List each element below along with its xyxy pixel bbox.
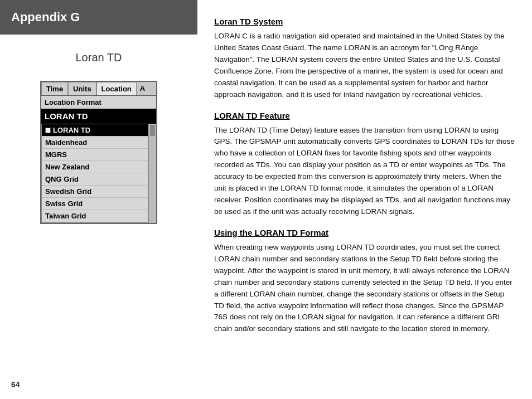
appendix-title: Appendix G: [11, 10, 80, 24]
tab-more[interactable]: A: [137, 82, 148, 95]
appendix-header: Appendix G: [0, 0, 197, 35]
loran-td-title: Loran TD: [75, 51, 122, 64]
list-item[interactable]: QNG Grid: [42, 173, 148, 186]
location-list: LORAN TD Maidenhead MGRS New Zealand: [41, 124, 148, 223]
list-item[interactable]: MGRS: [42, 149, 148, 161]
section2-title: LORAN TD Feature: [214, 111, 515, 120]
section2-text: The LORAN TD (Time Delay) feature eases …: [214, 125, 515, 218]
section3-text: When creating new waypoints using LORAN …: [214, 242, 515, 335]
location-format-label: Location Format: [41, 96, 156, 109]
list-container: LORAN TD Maidenhead MGRS New Zealand: [41, 124, 148, 223]
main-content: Loran TD System LORAN C is a radio navig…: [197, 0, 532, 399]
tab-time[interactable]: Time: [41, 82, 68, 95]
list-item[interactable]: Maidenhead: [42, 137, 148, 149]
device-tabs: Time Units Location A: [41, 82, 156, 96]
page-number: 64: [11, 380, 20, 389]
list-item[interactable]: Taiwan Grid: [42, 210, 148, 222]
tab-location[interactable]: Location: [96, 82, 137, 95]
scrollbar-thumb[interactable]: [150, 125, 155, 136]
sidebar: Appendix G Loran TD Time Units Location …: [0, 0, 197, 399]
selected-location-format: LORAN TD: [41, 109, 156, 124]
list-area: LORAN TD Maidenhead MGRS New Zealand: [41, 124, 156, 223]
sidebar-content: Loran TD Time Units Location A Location …: [0, 35, 197, 235]
section3-title: Using the LORAN TD Format: [214, 228, 515, 237]
section1-text: LORAN C is a radio navigation aid operat…: [214, 31, 515, 101]
list-item[interactable]: New Zealand: [42, 161, 148, 173]
section1-title: Loran TD System: [214, 17, 515, 26]
checkbox-icon: [45, 128, 51, 133]
scrollbar[interactable]: [148, 124, 156, 223]
tab-units[interactable]: Units: [68, 82, 96, 95]
device-ui: Time Units Location A Location Format LO…: [40, 81, 157, 224]
list-item[interactable]: Swedish Grid: [42, 186, 148, 198]
device-body: Location Format LORAN TD LORAN TD Maiden…: [41, 96, 156, 223]
list-item[interactable]: Swiss Grid: [42, 198, 148, 210]
list-item[interactable]: LORAN TD: [42, 124, 148, 137]
